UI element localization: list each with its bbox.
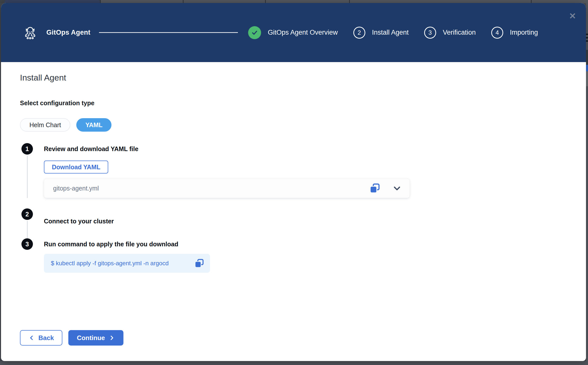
step-1-badge: 1 — [21, 143, 33, 155]
step-review-download: 1 Review and download YAML file Download… — [20, 143, 586, 208]
chevron-right-icon — [108, 335, 115, 341]
continue-button[interactable]: Continue — [68, 330, 123, 346]
argo-squid-logo-icon — [23, 25, 37, 41]
stepper-item-verification[interactable]: 3 Verification — [424, 27, 476, 39]
config-type-toggle: Helm Chart YAML — [20, 118, 586, 132]
continue-button-label: Continue — [77, 334, 105, 342]
background-page-edge — [586, 3, 588, 361]
config-type-label: Select configuration type — [20, 99, 586, 107]
chevron-left-icon — [28, 335, 35, 341]
step-number-badge: 2 — [353, 27, 365, 39]
step-number-badge: 3 — [424, 27, 436, 39]
step-run-command: 3 Run command to apply the file you down… — [20, 238, 586, 273]
yaml-option[interactable]: YAML — [76, 118, 111, 132]
stepper-item-install-agent[interactable]: 2 Install Agent — [353, 27, 409, 39]
wizard-footer: Back Continue — [20, 330, 123, 346]
chevron-down-icon[interactable] — [392, 183, 402, 193]
stepper-item-importing[interactable]: 4 Importing — [491, 27, 538, 39]
stepper-item-overview[interactable]: GitOps Agent Overview — [248, 26, 338, 39]
copy-icon[interactable] — [370, 183, 380, 193]
step-3-title: Run command to apply the file you downlo… — [44, 238, 586, 250]
step-connector-line — [27, 221, 28, 238]
stepper-item-label: Install Agent — [372, 29, 409, 36]
yaml-file-name: gitops-agent.yml — [53, 185, 99, 192]
wizard-body: Install Agent Select configuration type … — [1, 62, 586, 361]
wizard-header: GitOps Agent GitOps Agent Overview 2 Ins… — [1, 3, 586, 62]
stepper-item-label: Importing — [510, 29, 538, 36]
background-menu-icon — [586, 34, 588, 42]
header-divider-line — [99, 32, 238, 33]
helm-chart-option[interactable]: Helm Chart — [20, 118, 70, 132]
step-2-title: Connect to your cluster — [44, 217, 586, 225]
page-title: Install Agent — [20, 73, 586, 83]
yaml-file-row[interactable]: gitops-agent.yml — [44, 179, 410, 198]
wizard-title: GitOps Agent — [46, 29, 91, 36]
wizard-stepper: GitOps Agent Overview 2 Install Agent 3 … — [248, 3, 538, 62]
copy-icon[interactable] — [195, 259, 204, 268]
back-button[interactable]: Back — [20, 330, 62, 346]
step-3-badge: 3 — [21, 238, 33, 250]
gitops-agent-wizard-modal: GitOps Agent GitOps Agent Overview 2 Ins… — [1, 3, 586, 361]
stepper-item-label: Verification — [443, 29, 476, 36]
background-page-bottom — [0, 361, 588, 365]
back-button-label: Back — [38, 334, 54, 342]
step-number-badge: 4 — [491, 27, 503, 39]
kubectl-command-text: $ kubectl apply -f gitops-agent.yml -n a… — [51, 260, 169, 267]
step-connect-cluster: 2 Connect to your cluster — [20, 208, 586, 238]
kubectl-command-box: $ kubectl apply -f gitops-agent.yml -n a… — [44, 254, 210, 273]
close-icon[interactable]: ✕ — [567, 10, 579, 22]
background-content-fragment — [586, 65, 588, 71]
step-connector-line — [27, 156, 28, 198]
stepper-item-label: GitOps Agent Overview — [268, 29, 338, 36]
step-complete-check-icon — [248, 26, 261, 39]
download-yaml-button[interactable]: Download YAML — [44, 161, 108, 174]
step-2-badge: 2 — [21, 208, 33, 220]
install-steps: 1 Review and download YAML file Download… — [20, 143, 586, 273]
step-1-title: Review and download YAML file — [44, 143, 586, 155]
